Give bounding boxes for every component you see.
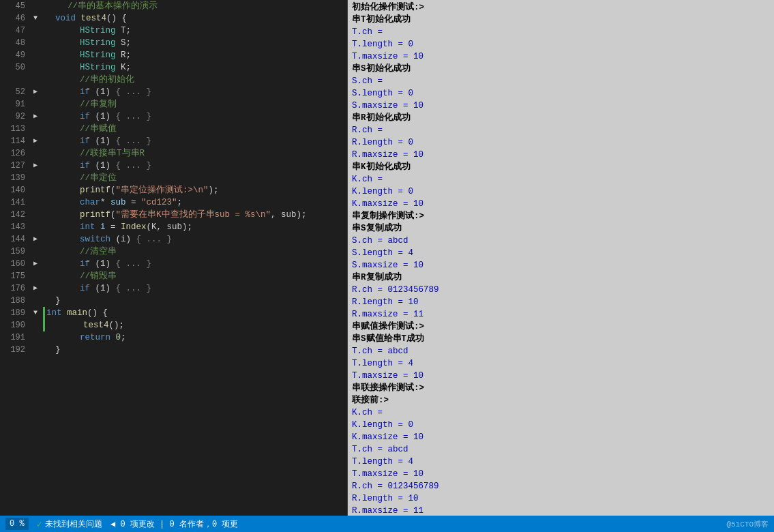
code-line: if (1) { ... }	[43, 160, 347, 172]
code-line: char* sub = "cd123";	[43, 196, 347, 209]
output-line: 串复制操作测试:>	[352, 210, 770, 222]
code-line: //串复制	[43, 98, 347, 110]
line-number	[0, 74, 25, 86]
output-line: 串S赋值给串T成功	[352, 333, 770, 345]
output-line: R.ch = 0123456789	[352, 480, 770, 492]
output-line: S.maxsize = 10	[352, 100, 770, 112]
output-line: R.length = 0	[352, 136, 770, 149]
fold-marker[interactable]: ▶	[31, 282, 40, 295]
line-number: 52	[0, 86, 25, 98]
line-number: 191	[0, 331, 25, 344]
fold-marker	[31, 196, 40, 209]
line-number: 160	[0, 258, 25, 270]
code-line: //联接串T与串R	[43, 147, 347, 160]
line-number: 113	[0, 123, 25, 135]
output-line: T.maxsize = 10	[352, 370, 770, 382]
line-number: 142	[0, 209, 25, 221]
fold-marker[interactable]: ▼	[31, 307, 40, 319]
fold-marker	[31, 295, 40, 307]
code-lines: //串的基本操作的演示void test4() {HString T;HStri…	[40, 0, 347, 516]
zoom-level[interactable]: 0 %	[5, 518, 29, 530]
output-line: K.maxsize = 10	[352, 431, 770, 443]
output-line: 串T初始化成功	[352, 14, 770, 26]
output-line: 初始化操作测试:>	[352, 1, 770, 14]
fold-marker[interactable]: ▶	[31, 110, 40, 123]
code-line: if (1) { ... }	[43, 135, 347, 147]
line-number: 139	[0, 172, 25, 184]
output-line: K.length = 0	[352, 186, 770, 198]
problems-text: 未找到相关问题	[45, 518, 102, 530]
code-line: printf("需要在串K中查找的子串sub = %s\n", sub);	[43, 209, 347, 221]
output-line: T.maxsize = 10	[352, 468, 770, 480]
output-line: 串R初始化成功	[352, 112, 770, 124]
code-line: int main() {	[43, 307, 347, 319]
code-line: if (1) { ... }	[43, 86, 347, 98]
line-number: 48	[0, 37, 25, 49]
output-line: T.ch = abcd	[352, 443, 770, 456]
fold-marker	[31, 147, 40, 160]
line-number: 45	[0, 0, 25, 12]
fold-marker	[31, 221, 40, 233]
editor-panel: 4546474849505291921131141261271391401411…	[0, 0, 348, 516]
output-line: R.maxsize = 11	[352, 308, 770, 321]
fold-marker	[31, 123, 40, 135]
fold-marker	[31, 37, 40, 49]
line-number: 91	[0, 98, 25, 110]
code-line: return 0;	[43, 331, 347, 344]
fold-marker[interactable]: ▶	[31, 160, 40, 172]
output-line: T.length = 4	[352, 456, 770, 468]
fold-marker[interactable]: ▶	[31, 86, 40, 98]
fold-marker	[31, 184, 40, 196]
check-icon: ✓	[37, 518, 42, 530]
main-area: 4546474849505291921131141261271391401411…	[0, 0, 774, 516]
code-line: if (1) { ... }	[43, 110, 347, 123]
status-bar: 0 % ✓ 未找到相关问题 ◀ 0 项更改 | 0 名作者，0 项更 @51CT…	[0, 516, 774, 532]
line-number: 50	[0, 61, 25, 74]
output-line: T.length = 4	[352, 357, 770, 370]
fold-marker	[31, 98, 40, 110]
output-panel: 初始化操作测试:>串T初始化成功T.ch =T.length = 0T.maxs…	[348, 0, 774, 516]
fold-marker[interactable]: ▶	[31, 233, 40, 246]
output-line: T.maxsize = 10	[352, 50, 770, 63]
line-number: 189	[0, 307, 25, 319]
output-line: K.maxsize = 10	[352, 198, 770, 210]
line-number: 140	[0, 184, 25, 196]
output-line: 串R复制成功	[352, 271, 770, 284]
output-line: K.ch =	[352, 173, 770, 186]
fold-marker	[31, 25, 40, 37]
fold-marker[interactable]: ▶	[31, 258, 40, 270]
line-number: 175	[0, 270, 25, 282]
line-number: 141	[0, 196, 25, 209]
fold-marker[interactable]: ▼	[31, 12, 40, 25]
output-line: 联接前:>	[352, 394, 770, 407]
line-number: 127	[0, 160, 25, 172]
fold-gutter: ▼▶▶▶▶▶▶▶▼	[31, 0, 40, 516]
code-line: HString R;	[43, 49, 347, 61]
code-line: }	[43, 344, 347, 356]
output-line: R.ch = 0123456789	[352, 284, 770, 296]
fold-marker	[31, 209, 40, 221]
line-number: 144	[0, 233, 25, 246]
fold-marker	[31, 319, 40, 331]
output-line: R.maxsize = 10	[352, 149, 770, 161]
line-number: 159	[0, 246, 25, 258]
code-line: //串的初始化	[43, 74, 347, 86]
output-line: T.ch =	[352, 26, 770, 38]
output-line: K.length = 0	[352, 419, 770, 431]
code-line: int i = Index(K, sub);	[43, 221, 347, 233]
output-line: R.ch =	[352, 124, 770, 136]
code-line: switch (i) { ... }	[43, 233, 347, 246]
code-line: HString S;	[43, 37, 347, 49]
line-number: 114	[0, 135, 25, 147]
output-line: T.ch = abcd	[352, 345, 770, 357]
code-line: //串定位	[43, 172, 347, 184]
output-line: S.length = 0	[352, 87, 770, 100]
fold-marker[interactable]: ▶	[31, 135, 40, 147]
output-line: 串赋值操作测试:>	[352, 321, 770, 333]
code-line: void test4() {	[43, 12, 347, 25]
code-line: //清空串	[43, 246, 347, 258]
line-number: 188	[0, 295, 25, 307]
output-line: 串S复制成功	[352, 222, 770, 235]
line-number: 126	[0, 147, 25, 160]
code-line: if (1) { ... }	[43, 282, 347, 295]
